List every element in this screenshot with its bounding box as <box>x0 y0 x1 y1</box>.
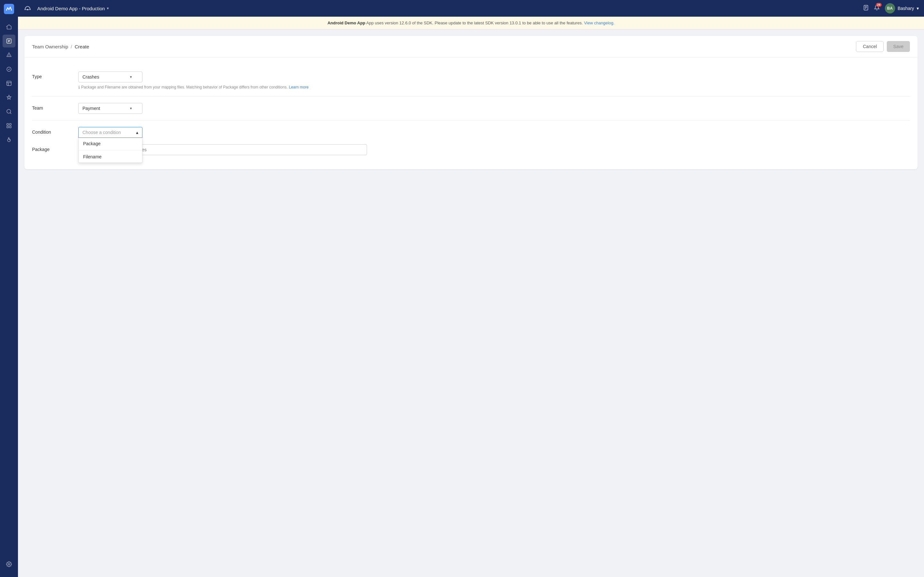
sidebar-item-monitors[interactable] <box>3 63 15 76</box>
type-row: Type Crashes ▾ ℹ Package and Filename ar… <box>32 65 910 97</box>
team-select-value: Payment <box>82 106 100 111</box>
package-label: Package <box>32 144 71 152</box>
team-select-button[interactable]: Payment ▾ <box>78 103 142 114</box>
breadcrumb-separator: / <box>71 44 72 49</box>
cancel-button[interactable]: Cancel <box>856 41 884 52</box>
topbar-right: 29 BA Bashary ▾ <box>863 3 919 13</box>
banner-changelog-link[interactable]: View changelog. <box>584 21 614 25</box>
banner-app-name: Android Demo App <box>328 21 365 25</box>
type-select-wrapper: Crashes ▾ <box>78 71 142 82</box>
svg-rect-6 <box>10 123 11 125</box>
team-dropdown-icon: ▾ <box>130 106 132 111</box>
team-row: Team Payment ▾ <box>32 97 910 121</box>
user-avatar: BA <box>885 3 895 13</box>
type-dropdown-icon: ▾ <box>130 75 132 79</box>
package-field <box>78 144 910 155</box>
notifications-button[interactable]: 29 <box>874 5 880 12</box>
condition-package-row: Condition Choose a condition ▴ Package <box>32 121 910 161</box>
condition-field: Choose a condition ▴ Package Filename <box>78 127 910 138</box>
svg-rect-8 <box>10 126 11 128</box>
header-buttons: Cancel Save <box>856 41 910 52</box>
main-content: Android Demo App - Production ▾ 29 BA Ba… <box>18 0 924 577</box>
sdk-update-banner: Android Demo App App uses version 12.6.0… <box>18 17 924 29</box>
svg-point-10 <box>8 564 10 565</box>
sidebar-item-alerts[interactable] <box>3 49 15 61</box>
team-select-wrapper: Payment ▾ <box>78 103 142 114</box>
condition-option-package[interactable]: Package <box>79 138 142 149</box>
card-body: Type Crashes ▾ ℹ Package and Filename ar… <box>24 57 918 169</box>
hint-icon: ℹ <box>78 85 80 90</box>
type-field: Crashes ▾ ℹ Package and Filename are obt… <box>78 71 910 90</box>
topbar-app-title[interactable]: Android Demo App - Production ▾ <box>37 6 109 11</box>
sidebar-item-settings[interactable] <box>3 558 15 571</box>
sidebar-item-dashboards[interactable] <box>3 119 15 132</box>
save-button[interactable]: Save <box>887 41 910 52</box>
breadcrumb-current: Create <box>75 44 89 49</box>
sidebar-item-issues[interactable] <box>3 35 15 47</box>
breadcrumb: Team Ownership / Create <box>32 44 89 49</box>
dropdown-divider <box>79 150 142 150</box>
docs-button[interactable] <box>863 5 869 12</box>
hint-text-content: Package and Filename are obtained from y… <box>81 85 288 89</box>
team-field: Payment ▾ <box>78 103 910 114</box>
svg-point-11 <box>27 9 28 10</box>
user-dropdown-icon: ▾ <box>917 6 919 11</box>
type-label: Type <box>32 71 71 79</box>
topbar: Android Demo App - Production ▾ 29 BA Ba… <box>18 0 924 17</box>
sidebar-item-releases[interactable] <box>3 77 15 90</box>
svg-rect-7 <box>7 126 8 128</box>
user-name: Bashary <box>898 6 914 11</box>
sidebar <box>0 0 18 577</box>
type-select-value: Crashes <box>82 74 99 79</box>
svg-rect-5 <box>7 123 8 125</box>
condition-select-button[interactable]: Choose a condition ▴ <box>78 127 142 138</box>
card-header: Team Ownership / Create Cancel Save <box>24 36 918 57</box>
type-hint: ℹ Package and Filename are obtained from… <box>78 85 910 90</box>
user-menu[interactable]: BA Bashary ▾ <box>885 3 919 13</box>
type-select-button[interactable]: Crashes ▾ <box>78 71 142 82</box>
sidebar-item-performance[interactable] <box>3 91 15 104</box>
team-label: Team <box>32 103 71 111</box>
breadcrumb-parent[interactable]: Team Ownership <box>32 44 68 49</box>
sidebar-bottom <box>3 558 15 573</box>
notification-count: 29 <box>876 3 882 7</box>
sidebar-item-home[interactable] <box>3 21 15 33</box>
sidebar-logo[interactable] <box>4 4 14 14</box>
page-body: Team Ownership / Create Cancel Save Type <box>18 29 924 577</box>
condition-option-filename[interactable]: Filename <box>79 151 142 163</box>
condition-dropdown: Package Filename <box>78 138 142 163</box>
condition-select-wrapper: Choose a condition ▴ Package Filename <box>78 127 142 138</box>
sidebar-nav <box>3 21 15 558</box>
learn-more-link[interactable]: Learn more <box>289 85 309 89</box>
condition-label: Condition <box>32 127 71 135</box>
topbar-dropdown-icon: ▾ <box>107 6 109 11</box>
sidebar-item-discover[interactable] <box>3 105 15 118</box>
condition-dropdown-arrow-icon: ▴ <box>136 130 138 135</box>
svg-rect-3 <box>7 81 11 85</box>
sidebar-item-widgets[interactable] <box>3 133 15 146</box>
create-form-card: Team Ownership / Create Cancel Save Type <box>24 36 918 169</box>
condition-placeholder: Choose a condition <box>82 130 121 135</box>
